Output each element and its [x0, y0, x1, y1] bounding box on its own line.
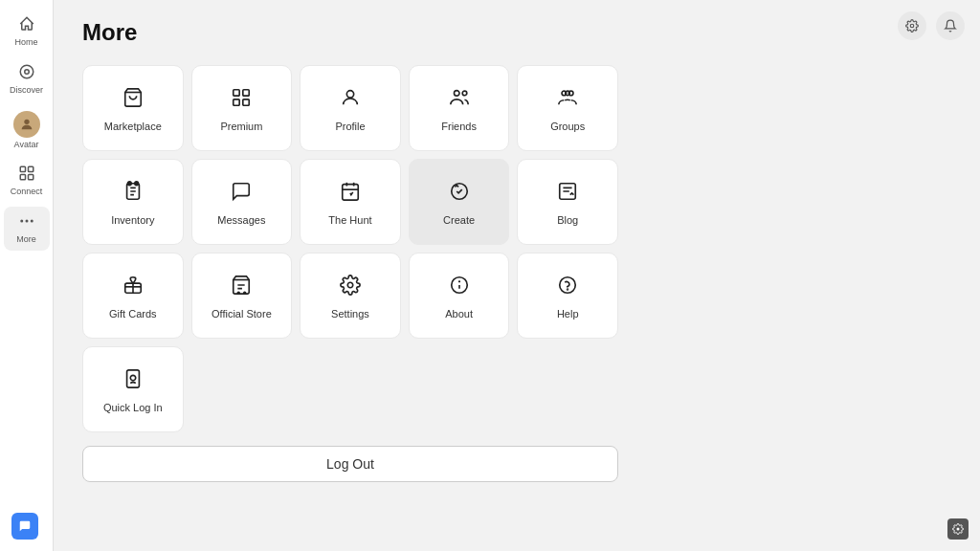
- sidebar-item-connect-label: Connect: [11, 187, 43, 197]
- inventory-item[interactable]: Inventory: [82, 159, 184, 245]
- create-item[interactable]: Create: [409, 159, 510, 245]
- svg-point-22: [127, 182, 131, 186]
- help-label: Help: [557, 307, 579, 320]
- sidebar-item-home[interactable]: Home: [4, 10, 50, 54]
- svg-rect-4: [28, 167, 33, 172]
- help-item[interactable]: Help: [517, 253, 618, 339]
- svg-point-43: [130, 375, 136, 381]
- blog-item[interactable]: Blog: [517, 159, 618, 245]
- giftcards-icon: [122, 275, 144, 299]
- sidebar-item-discover-label: Discover: [10, 85, 43, 96]
- svg-point-44: [910, 24, 914, 28]
- thehunt-item[interactable]: The Hunt: [300, 159, 401, 245]
- settings-item[interactable]: Settings: [300, 253, 401, 339]
- about-label: About: [445, 307, 473, 320]
- settings-label: Settings: [331, 307, 369, 320]
- svg-point-0: [20, 65, 33, 78]
- connect-icon: [18, 165, 35, 185]
- sidebar-item-connect[interactable]: Connect: [4, 159, 50, 203]
- about-item[interactable]: About: [409, 253, 510, 339]
- sidebar-item-avatar[interactable]: Avatar: [4, 105, 50, 156]
- svg-point-16: [454, 91, 459, 97]
- more-icon: [18, 212, 35, 232]
- marketplace-label: Marketplace: [104, 120, 162, 133]
- home-icon: [18, 15, 35, 35]
- thehunt-label: The Hunt: [328, 213, 371, 227]
- blog-icon: [557, 181, 578, 206]
- notification-button[interactable]: [936, 11, 965, 40]
- settings-topbar-button[interactable]: [898, 11, 926, 40]
- premium-item[interactable]: Premium: [191, 65, 293, 151]
- svg-rect-11: [234, 90, 239, 96]
- svg-rect-6: [28, 175, 33, 180]
- premium-label: Premium: [220, 120, 262, 133]
- logout-section: Log Out: [82, 446, 618, 482]
- giftcards-label: Gift Cards: [109, 307, 157, 320]
- quicklogin-label: Quick Log In: [103, 401, 163, 414]
- sidebar-item-more-label: More: [16, 234, 36, 245]
- svg-rect-3: [20, 167, 25, 172]
- svg-rect-14: [243, 99, 249, 105]
- svg-rect-12: [243, 90, 249, 96]
- svg-point-15: [346, 91, 353, 98]
- settings-icon: [340, 275, 361, 299]
- svg-rect-42: [126, 370, 139, 387]
- about-icon: [449, 275, 470, 299]
- marketplace-item[interactable]: Marketplace: [82, 65, 184, 151]
- logout-button[interactable]: Log Out: [82, 446, 618, 482]
- discover-icon: [18, 63, 35, 83]
- sidebar: Home Discover Avatar Connect More: [0, 0, 54, 551]
- sidebar-item-home-label: Home: [14, 37, 37, 48]
- help-icon: [557, 275, 578, 299]
- svg-rect-24: [343, 185, 359, 201]
- sidebar-item-more[interactable]: More: [4, 207, 50, 251]
- messages-item[interactable]: Messages: [191, 159, 293, 245]
- marketplace-icon: [122, 87, 144, 112]
- friends-label: Friends: [441, 120, 477, 133]
- groups-icon: [557, 87, 578, 112]
- svg-point-2: [24, 119, 29, 123]
- profile-icon: [340, 87, 361, 112]
- menu-grid: Marketplace Premium Profile Friends Grou…: [82, 65, 618, 432]
- svg-point-45: [957, 528, 960, 531]
- sidebar-item-discover[interactable]: Discover: [4, 57, 50, 101]
- svg-point-8: [25, 220, 28, 223]
- svg-point-41: [568, 289, 568, 290]
- quicklogin-item[interactable]: Quick Log In: [82, 346, 184, 432]
- officialstore-item[interactable]: Official Store: [191, 253, 293, 339]
- inventory-label: Inventory: [111, 213, 154, 227]
- blog-label: Blog: [557, 213, 578, 227]
- profile-item[interactable]: Profile: [300, 65, 401, 151]
- groups-label: Groups: [550, 120, 585, 133]
- create-icon: [449, 181, 470, 206]
- topbar-icons: [898, 11, 965, 40]
- svg-point-20: [566, 91, 570, 96]
- sidebar-item-avatar-label: Avatar: [14, 140, 39, 150]
- messages-icon: [231, 181, 252, 206]
- officialstore-label: Official Store: [212, 307, 272, 320]
- create-label: Create: [443, 213, 475, 227]
- quicklogin-icon: [122, 368, 144, 393]
- settings-bottom-button[interactable]: [947, 518, 969, 540]
- thehunt-icon: [340, 181, 361, 206]
- svg-rect-13: [234, 99, 239, 105]
- giftcards-item[interactable]: Gift Cards: [82, 253, 184, 339]
- friends-icon: [449, 87, 470, 112]
- svg-point-7: [20, 220, 23, 223]
- svg-point-17: [462, 91, 467, 96]
- profile-label: Profile: [335, 120, 365, 133]
- inventory-icon: [122, 181, 144, 206]
- main-content: More Marketplace Premium Profile Frie: [54, 0, 980, 551]
- svg-point-9: [30, 220, 33, 223]
- svg-point-36: [347, 282, 353, 288]
- chat-bottom-button[interactable]: [11, 513, 38, 540]
- avatar: [13, 111, 40, 138]
- svg-point-1: [24, 70, 29, 75]
- friends-item[interactable]: Friends: [409, 65, 510, 151]
- page-title: More: [82, 19, 951, 46]
- svg-point-23: [135, 182, 139, 186]
- svg-point-35: [244, 292, 246, 294]
- messages-label: Messages: [217, 213, 265, 227]
- groups-item[interactable]: Groups: [517, 65, 618, 151]
- premium-icon: [231, 87, 252, 112]
